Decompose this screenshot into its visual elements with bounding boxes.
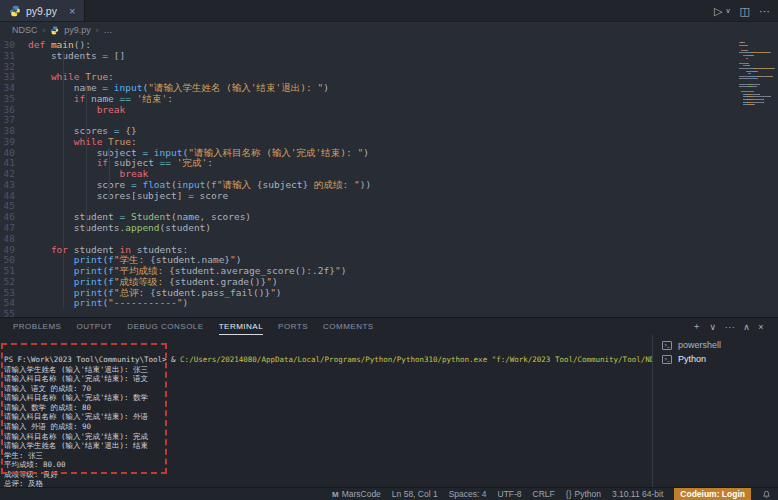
terminal-line: 请输入科目名称 (输入'完成'结束): 完成 bbox=[4, 432, 652, 442]
terminal-line: 总评: 及格 bbox=[4, 479, 652, 487]
python-interpreter[interactable]: 3.10.11 64-bit bbox=[612, 489, 663, 499]
python-file-icon bbox=[9, 5, 21, 17]
indent-guide bbox=[109, 148, 110, 201]
terminal-line: 请输入学生姓名 (输入'结束'退出): 张三 bbox=[4, 365, 652, 375]
split-editor-icon[interactable]: ◫ bbox=[740, 5, 750, 18]
notifications-bell-icon[interactable] bbox=[762, 490, 771, 499]
panel-tab-output[interactable]: OUTPUT bbox=[76, 318, 112, 335]
panel-tab-terminal[interactable]: TERMINAL bbox=[219, 318, 263, 335]
indentation-status[interactable]: Spaces: 4 bbox=[449, 489, 487, 499]
status-bar: M MarsCode Ln 58, Col 1 Spaces: 4 UTF-8 … bbox=[0, 487, 778, 500]
bottom-panel: PROBLEMS OUTPUT DEBUG CONSOLE TERMINAL P… bbox=[0, 317, 778, 487]
terminal-line: 学生: 张三 bbox=[4, 451, 652, 461]
panel-tab-bar: PROBLEMS OUTPUT DEBUG CONSOLE TERMINAL P… bbox=[0, 318, 778, 335]
panel-tab-problems[interactable]: PROBLEMS bbox=[13, 318, 61, 335]
close-icon[interactable]: × bbox=[69, 5, 75, 17]
run-dropdown-icon[interactable]: ∨ bbox=[725, 7, 730, 15]
editor-pane[interactable]: 30def main():31 students = []3233 while … bbox=[0, 38, 778, 317]
terminal-line: 成绩等级: 良好 bbox=[4, 470, 652, 480]
terminal-line: 请输入科目名称 (输入'完成'结束): 外语 bbox=[4, 412, 652, 422]
panel-action-icons: ＋ ∨ ··· ∧ × bbox=[692, 318, 764, 335]
braces-icon: {} bbox=[566, 489, 572, 499]
encoding-status[interactable]: UTF-8 bbox=[498, 489, 522, 499]
terminal-line: 平均成绩: 80.00 bbox=[4, 460, 652, 470]
code-line: 47 students.append(student) bbox=[0, 223, 778, 234]
marscode-status[interactable]: M MarsCode bbox=[332, 489, 381, 499]
marscode-label: MarsCode bbox=[342, 489, 381, 499]
code-line: 36 break bbox=[0, 105, 778, 116]
code-lines[interactable]: 30def main():31 students = []3233 while … bbox=[0, 38, 778, 317]
terminal-session-python[interactable]: >_ Python bbox=[653, 352, 778, 366]
terminal-session-label: Python bbox=[678, 354, 706, 364]
terminal-line: 请输入 数学 的成绩: 80 bbox=[4, 403, 652, 413]
breadcrumb-folder[interactable]: NDSC bbox=[12, 25, 38, 35]
indent-guide bbox=[86, 83, 87, 233]
terminal-line: 请输入 外语 的成绩: 90 bbox=[4, 422, 652, 432]
run-button[interactable]: ▷ bbox=[714, 5, 722, 18]
breadcrumb-symbol[interactable]: … bbox=[103, 25, 112, 35]
code-line: 44 scores[subject] = score bbox=[0, 191, 778, 202]
panel-more-icon[interactable]: ··· bbox=[725, 322, 736, 332]
terminal-icon: >_ bbox=[662, 355, 672, 364]
terminal-icon: >_ bbox=[662, 341, 672, 350]
language-label: Python bbox=[574, 489, 600, 499]
terminal-session-powershell[interactable]: >_ powershell bbox=[653, 338, 778, 352]
minimap[interactable] bbox=[739, 42, 775, 109]
panel-tab-comments[interactable]: COMMENTS bbox=[323, 318, 374, 335]
editor-tab-bar: py9.py × ▷ ∨ ◫ ··· bbox=[0, 0, 778, 22]
line-number: 35 bbox=[0, 94, 28, 105]
new-terminal-icon[interactable]: ＋ bbox=[692, 320, 702, 333]
line-number: 31 bbox=[0, 51, 28, 62]
terminal-line: 请输入科目名称 (输入'完成'结束): 数学 bbox=[4, 393, 652, 403]
chevron-right-icon: › bbox=[43, 26, 46, 35]
panel-close-icon[interactable]: × bbox=[758, 322, 764, 332]
cursor-position[interactable]: Ln 58, Col 1 bbox=[392, 489, 438, 499]
breadcrumb[interactable]: NDSC › py9.py › … bbox=[0, 22, 778, 38]
terminal-line: 请输入科目名称 (输入'完成'结束): 语文 bbox=[4, 374, 652, 384]
terminal-dropdown-icon[interactable]: ∨ bbox=[710, 322, 717, 332]
line-number: 55 bbox=[0, 309, 28, 317]
panel-maximize-icon[interactable]: ∧ bbox=[743, 322, 750, 332]
panel-tab-ports[interactable]: PORTS bbox=[278, 318, 308, 335]
terminal-line: 请输入 语文 的成绩: 70 bbox=[4, 384, 652, 394]
line-number: 52 bbox=[0, 277, 28, 288]
chevron-right-icon: › bbox=[96, 26, 99, 35]
panel-tab-debug-console[interactable]: DEBUG CONSOLE bbox=[127, 318, 203, 335]
code-line: 32 bbox=[0, 62, 778, 73]
eol-status[interactable]: CRLF bbox=[533, 489, 555, 499]
terminal-pane[interactable]: PS F:\Work\2023 Tool\Community\Tool> & C… bbox=[0, 335, 652, 487]
codeium-login-button[interactable]: Codeium: Login bbox=[674, 488, 751, 500]
terminal-lines: PS F:\Work\2023 Tool\Community\Tool> & C… bbox=[4, 355, 652, 487]
line-number: 48 bbox=[0, 234, 28, 245]
tab-label: py9.py bbox=[26, 5, 57, 17]
marscode-icon: M bbox=[332, 490, 339, 499]
code-line: 54 print("-----------") bbox=[0, 298, 778, 309]
tab-py9[interactable]: py9.py × bbox=[0, 0, 85, 21]
python-file-icon bbox=[50, 26, 59, 35]
terminal-line: PS F:\Work\2023 Tool\Community\Tool> & C… bbox=[4, 355, 652, 365]
code-line: 55 bbox=[0, 309, 778, 317]
app-window: py9.py × ▷ ∨ ◫ ··· NDSC › py9.py › … 30d… bbox=[0, 0, 778, 317]
breadcrumb-file[interactable]: py9.py bbox=[64, 25, 91, 35]
panel-body: PS F:\Work\2023 Tool\Community\Tool> & C… bbox=[0, 335, 778, 487]
terminal-session-list: >_ powershell >_ Python bbox=[652, 335, 778, 487]
terminal-session-label: powershell bbox=[678, 340, 721, 350]
code-line: 31 students = [] bbox=[0, 51, 778, 62]
more-actions-icon[interactable]: ··· bbox=[759, 5, 770, 17]
indent-guide bbox=[63, 51, 64, 309]
editor-actions: ▷ ∨ ◫ ··· bbox=[714, 0, 770, 22]
language-mode[interactable]: {} Python bbox=[566, 489, 601, 499]
terminal-line: 请输入学生姓名 (输入'结束'退出): 结束 bbox=[4, 441, 652, 451]
